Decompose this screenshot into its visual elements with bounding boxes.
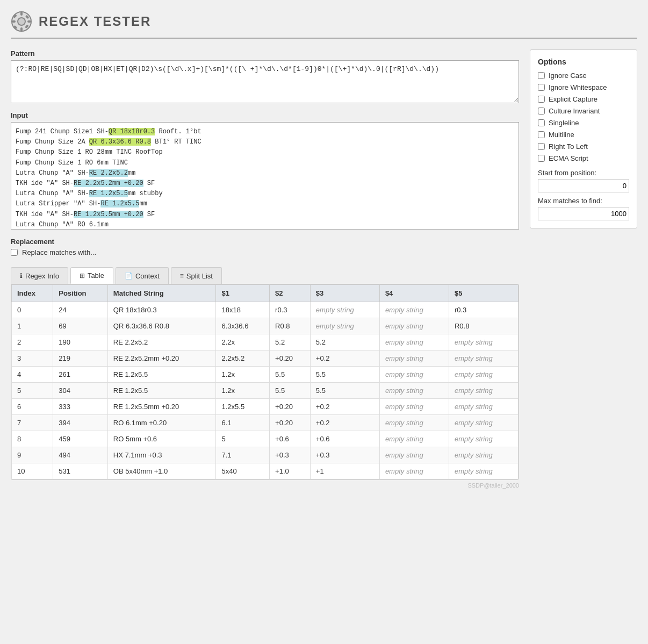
options-title: Options bbox=[538, 58, 629, 66]
content-row: Pattern (?:RO|RE|SQ|SD|QD|OB|HX|ET|QR|D2… bbox=[11, 49, 637, 489]
table-cell-7-7: empty string bbox=[449, 415, 518, 431]
input-line-1: Fump Chunp Size 2A QR 6.3x36.6 R0.8 BT1°… bbox=[16, 137, 514, 147]
table-cell-8-4: +0.6 bbox=[270, 431, 311, 447]
option-checkbox-1[interactable] bbox=[538, 84, 545, 91]
table-cell-7-5: +0.2 bbox=[310, 415, 379, 431]
table-cell-5-2: RE 1.2x5.5 bbox=[107, 383, 216, 399]
option-checkbox-3[interactable] bbox=[538, 108, 545, 115]
max-matches-input[interactable] bbox=[538, 207, 629, 220]
table-cell-9-1: 494 bbox=[53, 447, 108, 463]
table-cell-8-3: 5 bbox=[216, 431, 270, 447]
table-row: 3219RE 2.2x5.2mm +0.202.2x5.2+0.20+0.2em… bbox=[12, 350, 519, 367]
table-row: 8459RO 5mm +0.65+0.6+0.6empty stringempt… bbox=[12, 431, 519, 447]
table-cell-1-4: R0.8 bbox=[270, 318, 311, 334]
table-cell-4-7: empty string bbox=[449, 367, 518, 383]
table-cell-10-3: 5x40 bbox=[216, 463, 270, 480]
table-cell-4-2: RE 1.2x5.5 bbox=[107, 367, 216, 383]
max-matches-section: Max matches to find: bbox=[538, 197, 629, 220]
option-label-2: Explicit Capture bbox=[549, 95, 597, 103]
table-cell-8-1: 459 bbox=[53, 431, 108, 447]
col-position: Position bbox=[53, 285, 108, 302]
svg-rect-2 bbox=[20, 12, 23, 16]
table-cell-9-0: 9 bbox=[12, 447, 53, 463]
table-row: 6333RE 1.2x5.5mm +0.201.2x5.5+0.20+0.2em… bbox=[12, 399, 519, 415]
option-item-7: ECMA Script bbox=[538, 154, 629, 162]
option-item-0: Ignore Case bbox=[538, 71, 629, 80]
right-panel: Options Ignore CaseIgnore WhitespaceExpl… bbox=[530, 49, 637, 489]
option-checkbox-7[interactable] bbox=[538, 155, 545, 162]
table-cell-1-5: empty string bbox=[310, 318, 379, 334]
option-checkbox-4[interactable] bbox=[538, 119, 545, 126]
left-panel: Pattern (?:RO|RE|SQ|SD|QD|OB|HX|ET|QR|D2… bbox=[11, 49, 519, 489]
table-cell-3-7: empty string bbox=[449, 350, 518, 367]
replacement-checkbox[interactable] bbox=[11, 249, 18, 256]
svg-rect-5 bbox=[27, 20, 31, 23]
match-highlight: RE 1.2x5.5 bbox=[100, 200, 139, 207]
tab-context[interactable]: 📄 Context bbox=[116, 267, 169, 284]
start-position-label: Start from position: bbox=[538, 169, 629, 177]
input-line-7: Lutra Stripper "A" SH-RE 1.2x5.5mm bbox=[16, 199, 514, 209]
table-cell-4-6: empty string bbox=[379, 367, 449, 383]
table-row: 9494HX 7.1mm +0.37.1+0.3+0.3empty string… bbox=[12, 447, 519, 463]
table-cell-2-5: 5.2 bbox=[310, 334, 379, 350]
tab-split-list-label: Split List bbox=[186, 272, 213, 280]
tabs-section: ℹ Regex Info ⊞ Table 📄 Context ≡ Split L… bbox=[11, 267, 519, 489]
input-display[interactable]: Fump 241 Chunp Size1 SH-QR 18x18r0.3 Roo… bbox=[11, 122, 519, 230]
table-cell-7-3: 6.1 bbox=[216, 415, 270, 431]
tab-table[interactable]: ⊞ Table bbox=[70, 267, 113, 284]
input-line-9: Lutra Chunp "A" RO 6.1mm bbox=[16, 220, 514, 230]
option-label-3: Culture Invariant bbox=[549, 107, 600, 115]
table-cell-10-6: empty string bbox=[379, 463, 449, 480]
table-cell-6-1: 333 bbox=[53, 399, 108, 415]
match-highlight: RE 1.2x5.5 bbox=[89, 190, 128, 197]
table-cell-0-2: QR 18x18r0.3 bbox=[107, 302, 216, 318]
col-index: Index bbox=[12, 285, 53, 302]
tab-regex-info[interactable]: ℹ Regex Info bbox=[11, 267, 68, 284]
watermark: SSDP@taller_2000 bbox=[11, 482, 519, 489]
tab-split-list[interactable]: ≡ Split List bbox=[171, 267, 222, 284]
header: REGEX TESTER bbox=[11, 11, 637, 39]
table-cell-9-7: empty string bbox=[449, 447, 518, 463]
table-icon: ⊞ bbox=[80, 272, 85, 280]
table-cell-5-5: 5.5 bbox=[310, 383, 379, 399]
option-checkbox-2[interactable] bbox=[538, 96, 545, 103]
table-cell-10-1: 531 bbox=[53, 463, 108, 480]
table-cell-1-0: 1 bbox=[12, 318, 53, 334]
start-position-input[interactable] bbox=[538, 179, 629, 192]
col-s2: $2 bbox=[270, 285, 311, 302]
pattern-input[interactable]: (?:RO|RE|SQ|SD|QD|OB|HX|ET|QR|D2)\s([\d\… bbox=[11, 60, 519, 103]
table-cell-5-4: 5.5 bbox=[270, 383, 311, 399]
table-cell-10-4: +1.0 bbox=[270, 463, 311, 480]
option-checkbox-5[interactable] bbox=[538, 131, 545, 138]
table-cell-8-6: empty string bbox=[379, 431, 449, 447]
table-cell-7-4: +0.20 bbox=[270, 415, 311, 431]
table-cell-1-1: 69 bbox=[53, 318, 108, 334]
options-box: Options Ignore CaseIgnore WhitespaceExpl… bbox=[530, 49, 637, 228]
svg-rect-3 bbox=[20, 27, 23, 31]
table-cell-10-0: 10 bbox=[12, 463, 53, 480]
table-cell-9-5: +0.3 bbox=[310, 447, 379, 463]
match-highlight: RE 2.2x5.2mm +0.20 bbox=[74, 180, 143, 187]
col-s1: $1 bbox=[216, 285, 270, 302]
option-item-6: Right To Left bbox=[538, 142, 629, 151]
replacement-section: Replacement Replace matches with... bbox=[11, 238, 519, 256]
option-checkbox-6[interactable] bbox=[538, 143, 545, 150]
input-section: Input Fump 241 Chunp Size1 SH-QR 18x18r0… bbox=[11, 111, 519, 230]
option-checkbox-0[interactable] bbox=[538, 72, 545, 79]
table-cell-7-2: RO 6.1mm +0.20 bbox=[107, 415, 216, 431]
max-matches-label: Max matches to find: bbox=[538, 197, 629, 205]
option-label-7: ECMA Script bbox=[549, 154, 588, 162]
table-cell-3-3: 2.2x5.2 bbox=[216, 350, 270, 367]
table-cell-9-3: 7.1 bbox=[216, 447, 270, 463]
table-row: 024QR 18x18r0.318x18r0.3empty stringempt… bbox=[12, 302, 519, 318]
table-cell-3-0: 3 bbox=[12, 350, 53, 367]
pattern-label: Pattern bbox=[11, 49, 519, 58]
table-cell-6-2: RE 1.2x5.5mm +0.20 bbox=[107, 399, 216, 415]
split-list-icon: ≡ bbox=[180, 272, 184, 280]
table-cell-9-4: +0.3 bbox=[270, 447, 311, 463]
input-line-8: TKH ide "A" SH-RE 1.2x5.5mm +0.20 SF bbox=[16, 210, 514, 220]
table-cell-3-6: empty string bbox=[379, 350, 449, 367]
table-cell-6-7: empty string bbox=[449, 399, 518, 415]
table-cell-0-5: empty string bbox=[310, 302, 379, 318]
input-line-4: Lutra Chunp "A" SH-RE 2.2x5.2mm bbox=[16, 168, 514, 178]
